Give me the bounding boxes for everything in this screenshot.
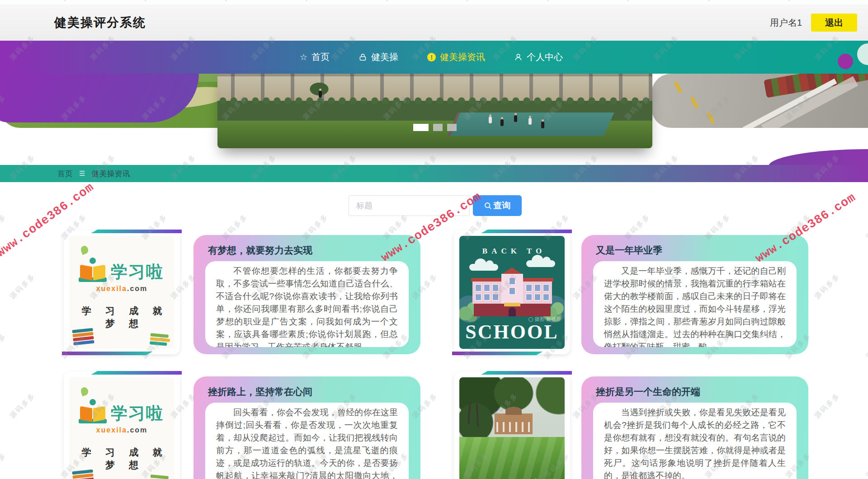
page-title: 健美操评分系统 bbox=[54, 14, 146, 31]
carousel-indicators bbox=[413, 124, 457, 131]
search-button[interactable]: 查询 bbox=[473, 195, 522, 216]
news-image-2[interactable]: BACK TO 摄图·新视界 SCHOOL bbox=[454, 230, 570, 354]
breadcrumb: 首页 ☰ 健美操资讯 bbox=[0, 165, 868, 182]
news-body-box: 不管你想要怎样的生活，你都要去努力争取，不多尝试一些事情怎么知道自己适合什么、不… bbox=[205, 261, 409, 347]
bag-icon bbox=[359, 53, 367, 61]
nav-item-profile[interactable]: 个人中心 bbox=[514, 51, 563, 63]
news-body-box: 又是一年毕业季，感慨万千，还记的自己刚进学校那时候的情景，我拖着沉重的行李箱站在… bbox=[593, 261, 797, 347]
news-body: 又是一年毕业季，感慨万千，还记的自己刚进学校那时候的情景，我拖着沉重的行李箱站在… bbox=[604, 265, 786, 347]
news-body: 回头看看，你会不会发现，曾经的你在这里摔倒过;回头看看，你是否发现，一次次地重复… bbox=[216, 406, 398, 479]
nav-items: ☆ 首页 健美操 ! 健美操资讯 个人中心 bbox=[300, 51, 563, 63]
hero-right-slide-road bbox=[651, 74, 868, 128]
campus-photo-illustration: 大众点评 bbox=[459, 377, 565, 479]
breadcrumb-home[interactable]: 首页 bbox=[57, 169, 73, 179]
hero-banner bbox=[0, 74, 868, 158]
carousel-indicator-3[interactable] bbox=[447, 124, 457, 131]
frame-accent-top bbox=[91, 371, 182, 375]
frame-accent-top bbox=[481, 371, 572, 375]
news-title: 挫折路上，坚持常在心间 bbox=[208, 385, 406, 398]
frame-accent-top bbox=[91, 230, 182, 233]
nav-item-news[interactable]: ! 健美操资讯 bbox=[427, 51, 485, 63]
search-row: 查询 bbox=[0, 195, 868, 216]
news-title: 挫折是另一个生命的开端 bbox=[596, 385, 794, 398]
news-title: 有梦想，就要努力去实现 bbox=[208, 244, 406, 257]
carousel-indicator-2[interactable] bbox=[433, 124, 443, 131]
nav-item-label: 健美操 bbox=[371, 51, 398, 63]
news-body-box: 回头看看，你会不会发现，曾经的你在这里摔倒过;回头看看，你是否发现，一次次地重复… bbox=[205, 403, 409, 479]
app-canvas: 健美操评分系统 用户名1 退出 ☆ 首页 健美操 ! 健美操资讯 bbox=[0, 0, 868, 479]
news-title: 又是一年毕业季 bbox=[596, 244, 794, 257]
frame-accent-bottom bbox=[62, 352, 152, 355]
username-label: 用户名1 bbox=[770, 17, 802, 29]
search-button-label: 查询 bbox=[494, 200, 511, 211]
nav-item-aerobics[interactable]: 健美操 bbox=[359, 51, 398, 63]
nav-item-label: 首页 bbox=[311, 51, 330, 63]
info-icon: ! bbox=[427, 53, 436, 61]
news-card-1[interactable]: 有梦想，就要努力去实现 不管你想要怎样的生活，你都要去努力争取，不多尝试一些事情… bbox=[193, 235, 420, 354]
news-image-1[interactable]: 学习啦 xuexila.com 学 习 成 就 梦 想 bbox=[64, 230, 180, 354]
open-book-icon bbox=[80, 401, 105, 422]
carousel-active-slide[interactable] bbox=[217, 74, 652, 148]
nav-item-label: 健美操资讯 bbox=[440, 51, 485, 63]
news-body-box: 当遇到挫折或失败，你是看见失败还是看见机会?挫折是我们每个人成长的必经之路，它不… bbox=[593, 403, 797, 479]
star-icon: ☆ bbox=[300, 53, 307, 61]
frame-accent-top bbox=[481, 230, 572, 233]
xuexila-logo-illustration: 学习啦 xuexila.com 学 习 成 就 梦 想 bbox=[69, 377, 175, 479]
news-card-4[interactable]: 挫折是另一个生命的开端 当遇到挫折或失败，你是看见失败还是看见机会?挫折是我们每… bbox=[581, 376, 808, 479]
navbar: ☆ 首页 健美操 ! 健美操资讯 个人中心 bbox=[0, 41, 868, 74]
search-icon bbox=[484, 202, 492, 210]
decor-circle-purple bbox=[838, 54, 853, 69]
nav-item-label: 个人中心 bbox=[527, 51, 563, 63]
back-to-school-illustration: BACK TO 摄图·新视界 SCHOOL bbox=[459, 236, 565, 349]
header: 健美操评分系统 用户名1 退出 bbox=[0, 5, 868, 41]
frame-accent-bottom bbox=[452, 352, 542, 355]
news-body: 不管你想要怎样的生活，你都要去努力争取，不多尝试一些事情怎么知道自己适合什么、不… bbox=[216, 265, 398, 347]
breadcrumb-separator-icon: ☰ bbox=[79, 169, 85, 178]
breadcrumb-current: 健美操资讯 bbox=[91, 169, 130, 179]
xuexila-logo-illustration: 学习啦 xuexila.com 学 习 成 就 梦 想 bbox=[69, 236, 175, 349]
carousel-indicator-1[interactable] bbox=[413, 124, 429, 131]
decor-purple-wave-top-left bbox=[0, 74, 199, 122]
header-right: 用户名1 退出 bbox=[770, 14, 857, 32]
logout-button[interactable]: 退出 bbox=[811, 14, 857, 32]
news-image-4[interactable]: 大众点评 bbox=[454, 372, 570, 479]
news-image-3[interactable]: 学习啦 xuexila.com 学 习 成 就 梦 想 bbox=[64, 372, 180, 479]
user-icon bbox=[514, 53, 523, 61]
news-card-3[interactable]: 挫折路上，坚持常在心间 回头看看，你会不会发现，曾经的你在这里摔倒过;回头看看，… bbox=[193, 376, 420, 479]
nav-item-home[interactable]: ☆ 首页 bbox=[300, 51, 330, 63]
open-book-icon bbox=[80, 259, 105, 280]
news-body: 当遇到挫折或失败，你是看见失败还是看见机会?挫折是我们每个人成长的必经之路，它不… bbox=[604, 406, 786, 479]
news-card-2[interactable]: 又是一年毕业季 又是一年毕业季，感慨万千，还记的自己刚进学校那时候的情景，我拖着… bbox=[581, 235, 808, 354]
search-input[interactable] bbox=[349, 195, 470, 216]
